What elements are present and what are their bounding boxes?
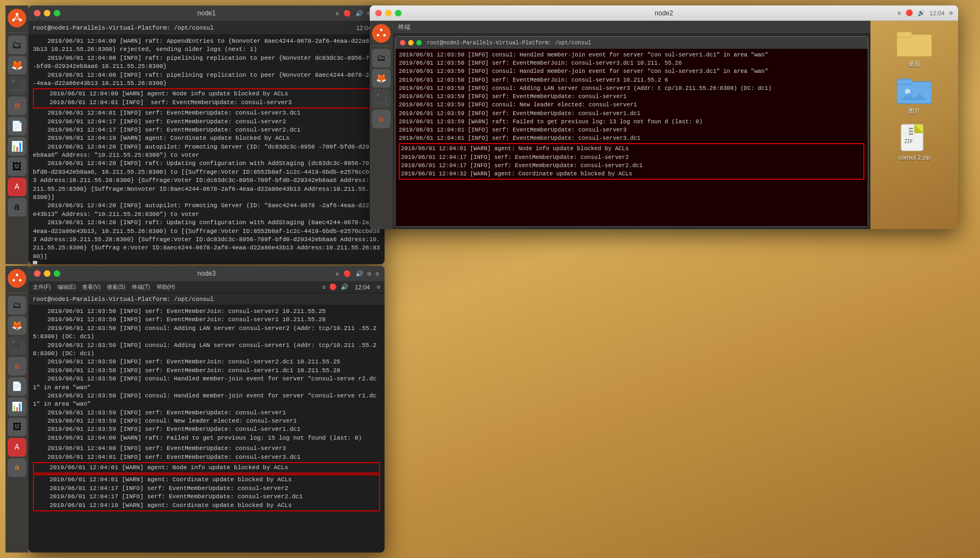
ubuntu-logo-icon[interactable] [8, 9, 26, 27]
node3-toolbar: root@node1-Parallels-Virtual-Platform: /… [28, 293, 385, 305]
node3-log-14: 2019/06/01 12:04:01 [INFO] serf: EventMe… [33, 453, 380, 462]
node2-firefox-icon[interactable]: 🦊 [372, 69, 391, 88]
node3-maximize-button[interactable] [54, 270, 60, 277]
node3-menu-terminal[interactable]: 终端(T) [132, 283, 150, 291]
ubuntu-text-icon[interactable]: 📄 [8, 117, 26, 135]
node3-menu-file[interactable]: 文件(F) [33, 283, 51, 291]
ubuntu-firefox-icon[interactable]: 🦊 [8, 56, 26, 75]
node2-minimize-button[interactable] [385, 10, 392, 16]
consul-zip-icon[interactable]: ZIP consul 2.zip [897, 123, 932, 161]
node1-log-10: 2019/06/01 12:04:20 [INFO] autopilot: Pr… [33, 143, 380, 160]
node1-toolbar: root@node1-Parallels-Virtual-Platform: /… [28, 21, 385, 35]
node3-log-3: 2019/06/01 12:03:50 [INFO] consul: Addin… [33, 324, 380, 341]
ubuntu3-image[interactable]: 🖼 [8, 418, 26, 436]
node2-titlebar: node2 ⇅ 🔴 🔊 12:04 ⚙ [370, 5, 958, 21]
node2-ubuntu-logo[interactable] [372, 24, 391, 43]
ubuntu-image-icon[interactable]: 🖼 [8, 157, 26, 176]
ubuntu3-logo[interactable] [8, 269, 26, 288]
node1-log-6: 2019/06/01 12:04:01 [INFO] serf: EventMe… [33, 109, 380, 117]
node3-minimize-button[interactable] [44, 270, 50, 277]
node2-log-10: 2019/06/01 12:04:01 [INFO] serf: EventMe… [399, 126, 864, 134]
node1-minimize-button[interactable] [44, 10, 50, 16]
node3-traffic-lights[interactable] [34, 270, 60, 277]
inner-maximize-icon[interactable] [416, 40, 422, 45]
node2-maximize-button[interactable] [395, 10, 402, 16]
svg-rect-10 [897, 32, 912, 37]
node3-log-17: 2019/06/01 12:04:17 [INFO] serf: EventMe… [35, 485, 378, 493]
node3-log-5: 2019/06/01 12:03:50 [INFO] serf: EventMe… [33, 358, 380, 366]
node3-title: node3 [197, 270, 215, 277]
node3-menu-help[interactable]: 帮助(H) [157, 283, 175, 291]
svg-point-6 [383, 34, 386, 37]
ubuntu3-firefox[interactable]: 🦊 [8, 316, 26, 335]
node2-traffic-lights[interactable] [375, 10, 402, 16]
node3-highlighted-block-top: 2019/06/01 12:04:01 [WARN] agent: Node i… [33, 462, 380, 474]
node2-inner-titlebar: root@node2-Parallels-Virtual-Platform: /… [396, 37, 868, 49]
node3-log-9: 2019/06/01 12:03:59 [INFO] serf: EventMe… [33, 409, 380, 417]
inner-minimize-icon[interactable] [408, 40, 414, 45]
ubuntu-extra-icon[interactable]: A [8, 178, 26, 196]
node3-titlebar-icons: ⇅ 🔴 🔊 ⊞ ⚙ [335, 270, 379, 277]
node3-icon4: ⊞ [368, 270, 371, 277]
desktop: node1 ⇅ 🔴 🔊 ⊞ ⚙ root@node1-Parallels-Vir… [0, 0, 980, 558]
pictures-folder-label: 图片 [908, 107, 920, 115]
node2-titlebar-icons: ⇅ 🔴 🔊 12:04 ⚙ [897, 9, 953, 16]
node3-log-6: 2019/06/01 12:03:50 [INFO] serf: EventMe… [33, 367, 380, 375]
ubuntu-amazon-icon[interactable]: a [8, 198, 26, 217]
inner-close-icon[interactable] [400, 40, 405, 45]
ubuntu3-settings[interactable]: ⚙ [8, 357, 26, 375]
node3-menu-search[interactable]: 搜索(S) [107, 283, 125, 291]
node3-log-7: 2019/06/01 12:03:50 [INFO] consul: Handl… [33, 375, 380, 392]
node2-settings2-icon[interactable]: ⚙ [372, 110, 391, 128]
svg-rect-22 [909, 128, 913, 129]
ubuntu-files-icon[interactable]: 🗂 [8, 36, 26, 54]
ubuntu3-calc[interactable]: 📊 [8, 397, 26, 416]
node3-icon2: 🔴 [343, 270, 351, 277]
node3-log-8: 2019/06/01 12:03:50 [INFO] consul: Handl… [33, 392, 380, 409]
ubuntu3-extra[interactable]: A [8, 438, 26, 457]
node3-icon3: 🔊 [356, 270, 363, 277]
desktop-folder-icon[interactable]: 桌面 [897, 29, 932, 68]
node1-icon1: ⇅ [335, 10, 339, 17]
svg-point-26 [16, 274, 19, 276]
node3-icons-right: ⇅ 🔴 🔊 [322, 283, 348, 291]
node2-icon3: 🔊 [918, 9, 925, 16]
ubuntu-calc-icon[interactable]: 📊 [8, 137, 26, 156]
node2-files-icon[interactable]: 🗂 [372, 49, 391, 67]
pictures-folder-icon[interactable]: 图片 [897, 76, 932, 115]
node2-log-14: 2019/06/01 12:04:17 [INFO] serf: EventMe… [401, 162, 862, 170]
node2-close-button[interactable] [375, 10, 382, 16]
node1-log-13: 2019/06/01 12:04:20 [INFO] raft: Updatin… [33, 219, 380, 261]
node3-menu-edit[interactable]: 编辑(E) [58, 283, 76, 291]
node3-log-13: 2019/06/01 12:04:00 [INFO] serf: EventMe… [33, 445, 380, 453]
node1-terminal: node1 ⇅ 🔴 🔊 ⊞ ⚙ root@node1-Parallels-Vir… [28, 5, 385, 264]
node1-log-7: 2019/06/01 12:04:17 [INFO] serf: EventMe… [33, 118, 380, 126]
ubuntu3-text[interactable]: 📄 [8, 377, 26, 396]
node3-highlighted-block-bottom: 2019/06/01 12:04:01 [WARN] agent: Coordi… [33, 474, 380, 511]
node2-gear-icon: ⚙ [949, 9, 953, 16]
node2-highlighted-block: 2019/06/01 12:04:01 [WARN] agent: Node i… [399, 143, 864, 180]
node1-maximize-button[interactable] [54, 10, 60, 16]
ubuntu3-files[interactable]: 🗂 [8, 296, 26, 315]
node2-inner-path: root@node2-Parallels-Virtual-Platform: /… [427, 40, 591, 46]
node3-close-button[interactable] [34, 270, 41, 277]
node2-title: node2 [655, 9, 673, 17]
ubuntu-terminal-icon[interactable]: ⬛ [8, 76, 26, 95]
pictures-shape [897, 76, 932, 105]
node3-log-12: 2019/06/01 12:04:00 [WARN] raft: Failed … [33, 434, 380, 442]
ubuntu3-terminal[interactable]: ⬛ [8, 337, 26, 355]
node2-log-9: 2019/06/01 12:03:59 [WARN] raft: Failed … [399, 118, 864, 126]
node3-path: root@node1-Parallels-Virtual-Platform: /… [33, 296, 214, 303]
zip-shape: ZIP [897, 123, 932, 152]
node1-close-button[interactable] [34, 10, 41, 16]
node2-terminal2-icon[interactable]: ⬛ [372, 89, 391, 108]
node1-log-9: 2019/06/01 12:04:19 [WARN] agent: Coordi… [33, 134, 380, 143]
svg-point-5 [380, 29, 383, 31]
node3-menu-view[interactable]: 查看(V) [82, 283, 100, 291]
ubuntu-settings-icon[interactable]: ⚙ [8, 96, 26, 115]
ubuntu-sidebar-node3: 🗂 🦊 ⬛ ⚙ 📄 📊 🖼 A a [5, 266, 28, 553]
node3-log-11: 2019/06/01 12:03:59 [INFO] serf: EventMe… [33, 425, 380, 434]
svg-point-27 [19, 279, 22, 282]
node1-traffic-lights[interactable] [34, 10, 60, 16]
ubuntu3-amazon[interactable]: a [8, 458, 26, 477]
